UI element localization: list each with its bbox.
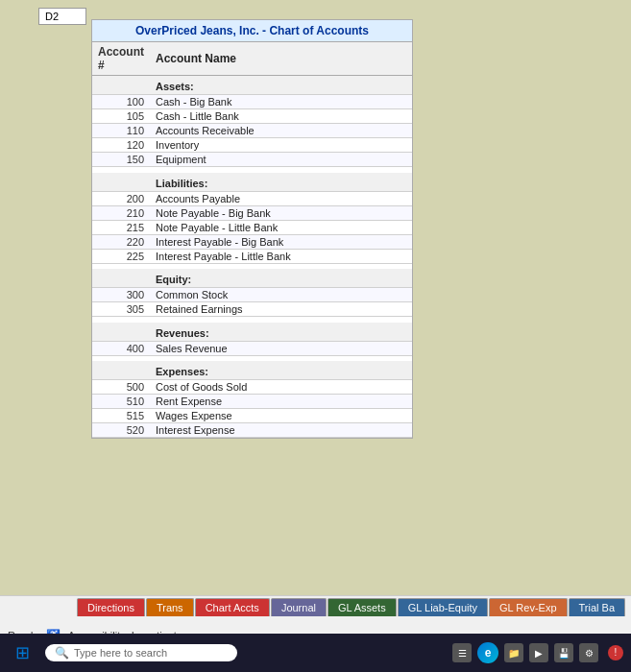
account-num-cell: 510 — [92, 395, 150, 409]
account-num-cell: 225 — [92, 249, 150, 263]
section-label-cell: Equity: — [150, 269, 412, 288]
tab-trial-ba[interactable]: Trial Ba — [569, 598, 626, 616]
account-num-cell: 215 — [92, 220, 150, 234]
account-num-header: Account # — [92, 42, 150, 76]
section-label-cell: Assets: — [150, 76, 412, 95]
account-num-cell: 500 — [92, 380, 150, 395]
account-name-cell: Note Payable - Big Bank — [150, 205, 412, 220]
account-num-cell: 220 — [92, 234, 150, 249]
tab-chart-accts[interactable]: Chart Accts — [195, 598, 270, 616]
account-num-cell: 200 — [92, 191, 150, 205]
section-header-assets: Assets: — [92, 76, 412, 95]
tab-gl-liab-equity[interactable]: GL Liab-Equity — [398, 598, 488, 616]
account-name-cell: Accounts Receivable — [150, 124, 412, 138]
table-row: 510Rent Expense — [92, 395, 412, 409]
section-num-cell — [92, 173, 150, 192]
table-row: 220Interest Payable - Big Bank — [92, 234, 412, 249]
account-name-cell: Note Payable - Little Bank — [150, 220, 412, 234]
table-row: 515Wages Expense — [92, 409, 412, 423]
account-num-cell: 120 — [92, 138, 150, 153]
account-name-cell: Accounts Payable — [150, 191, 412, 205]
table-row: 215Note Payable - Little Bank — [92, 220, 412, 234]
table-row: 150Equipment — [92, 153, 412, 167]
search-container[interactable]: 🔍 Type here to search — [45, 644, 237, 661]
table-row: 105Cash - Little Bank — [92, 109, 412, 124]
tab-gl-assets[interactable]: GL Assets — [328, 598, 397, 616]
section-header-equity: Equity: — [92, 269, 412, 288]
account-name-cell: Interest Payable - Big Bank — [150, 234, 412, 249]
section-header-liabilities: Liabilities: — [92, 173, 412, 192]
account-name-cell: Cash - Little Bank — [150, 109, 412, 124]
windows-taskbar: ⊞ 🔍 Type here to search ☰ e 📁 ▶ 💾 ⚙ ! — [0, 634, 631, 672]
account-num-cell: 400 — [92, 341, 150, 355]
account-num-cell: 300 — [92, 288, 150, 302]
account-name-cell: Interest Payable - Little Bank — [150, 249, 412, 263]
account-name-cell: Common Stock — [150, 288, 412, 302]
taskbar-icon-2[interactable]: 📁 — [504, 643, 523, 662]
cell-ref-value: D2 — [45, 11, 59, 22]
section-label-cell: Expenses: — [150, 361, 412, 380]
account-num-cell: 150 — [92, 153, 150, 167]
account-name-cell: Sales Revenue — [150, 341, 412, 355]
taskbar-icon-4[interactable]: 💾 — [554, 643, 573, 662]
notification-icon[interactable]: ! — [608, 645, 623, 660]
section-num-cell — [92, 76, 150, 95]
account-num-cell: 305 — [92, 302, 150, 317]
cell-ref-bar[interactable]: D2 — [38, 8, 86, 25]
table-row: 210Note Payable - Big Bank — [92, 205, 412, 220]
table-row: 300Common Stock — [92, 288, 412, 302]
taskbar-icons-group: ☰ e 📁 ▶ 💾 ⚙ ! — [452, 642, 623, 663]
account-num-cell: 110 — [92, 124, 150, 138]
account-name-cell: Inventory — [150, 138, 412, 153]
table-row: 120Inventory — [92, 138, 412, 153]
account-name-cell: Cost of Goods Sold — [150, 380, 412, 395]
windows-logo-icon: ⊞ — [15, 643, 30, 662]
table-row: 520Interest Expense — [92, 423, 412, 438]
section-label-cell: Liabilities: — [150, 173, 412, 192]
section-num-cell — [92, 269, 150, 288]
table-row: 200Accounts Payable — [92, 191, 412, 205]
table-row: 400Sales Revenue — [92, 341, 412, 355]
tab-journal[interactable]: Journal — [271, 598, 327, 616]
section-header-revenues: Revenues: — [92, 323, 412, 342]
chart-table: Account # Account Name Assets:100Cash - … — [92, 42, 412, 438]
section-header-expenses: Expenses: — [92, 361, 412, 380]
account-name-cell: Cash - Big Bank — [150, 95, 412, 109]
account-name-cell: Rent Expense — [150, 395, 412, 409]
search-icon: 🔍 — [55, 646, 69, 660]
screen-background: D2 OverPriced Jeans, Inc. - Chart of Acc… — [0, 0, 631, 672]
account-name-cell: Wages Expense — [150, 409, 412, 423]
search-input[interactable]: Type here to search — [74, 647, 167, 659]
taskbar-icon-1[interactable]: ☰ — [452, 643, 472, 662]
section-num-cell — [92, 323, 150, 342]
account-num-cell: 210 — [92, 205, 150, 220]
table-row: 225Interest Payable - Little Bank — [92, 249, 412, 263]
chart-title: OverPriced Jeans, Inc. - Chart of Accoun… — [92, 20, 412, 42]
taskbar-area: DirectionsTransChart AcctsJournalGL Asse… — [0, 595, 631, 672]
tab-directions[interactable]: Directions — [77, 598, 145, 616]
section-num-cell — [92, 361, 150, 380]
account-name-cell: Retained Earnings — [150, 302, 412, 317]
table-row: 305Retained Earnings — [92, 302, 412, 317]
chart-container: OverPriced Jeans, Inc. - Chart of Accoun… — [91, 19, 413, 439]
table-row: 110Accounts Receivable — [92, 124, 412, 138]
tab-trans[interactable]: Trans — [146, 598, 194, 616]
account-num-cell: 100 — [92, 95, 150, 109]
account-name-header: Account Name — [150, 42, 412, 76]
edge-browser-icon[interactable]: e — [477, 642, 498, 663]
account-num-cell: 520 — [92, 423, 150, 438]
spreadsheet-area: D2 OverPriced Jeans, Inc. - Chart of Acc… — [0, 0, 631, 595]
account-name-cell: Interest Expense — [150, 423, 412, 438]
taskbar-icon-3[interactable]: ▶ — [529, 643, 548, 662]
section-label-cell: Revenues: — [150, 323, 412, 342]
sheet-tabs: DirectionsTransChart AcctsJournalGL Asse… — [77, 598, 625, 616]
table-row: 500Cost of Goods Sold — [92, 380, 412, 395]
account-num-cell: 105 — [92, 109, 150, 124]
table-row: 100Cash - Big Bank — [92, 95, 412, 109]
account-name-cell: Equipment — [150, 153, 412, 167]
table-header-row: Account # Account Name — [92, 42, 412, 76]
taskbar-icon-5[interactable]: ⚙ — [579, 643, 598, 662]
windows-start-button[interactable]: ⊞ — [8, 638, 37, 667]
tab-gl-rev-exp[interactable]: GL Rev-Exp — [489, 598, 568, 616]
account-num-cell: 515 — [92, 409, 150, 423]
